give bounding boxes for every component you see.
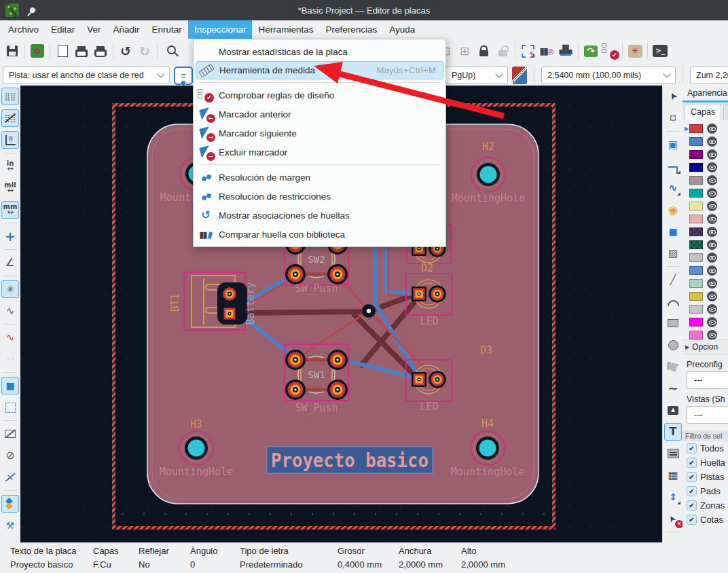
zone-display-icon[interactable]: ✎ bbox=[518, 41, 537, 60]
checkbox-pads[interactable]: ✔ bbox=[687, 486, 697, 496]
board-setup-icon[interactable]: ⚙ bbox=[28, 41, 47, 60]
draw-circle-icon[interactable] bbox=[664, 336, 682, 354]
menu-ver[interactable]: Ver bbox=[81, 20, 107, 39]
layer-options-toggle[interactable]: ▶ Opcion bbox=[682, 339, 728, 354]
menu-item-resolucion-de-restricciones[interactable]: ◆◆Resolución de restricciones bbox=[194, 187, 445, 206]
zoom-select[interactable]: Zum 2,20 bbox=[690, 67, 728, 84]
preset-dimensions-button[interactable]: = bbox=[174, 67, 193, 85]
grid-select[interactable]: 2,5400 mm (100,00 mils) bbox=[541, 67, 676, 84]
layer-row-10[interactable] bbox=[682, 251, 728, 264]
layer-row-12[interactable] bbox=[682, 277, 728, 290]
layer-row-14[interactable] bbox=[682, 303, 728, 316]
place-footprint-icon[interactable]: ▣ bbox=[664, 136, 682, 153]
menu-inspeccionar[interactable]: Inspeccionar bbox=[188, 20, 253, 39]
menu-item-marcador-anterior[interactable]: ←Marcador anterior bbox=[194, 105, 445, 124]
update-pcb-icon[interactable]: ↷ bbox=[581, 41, 600, 60]
place-textbox-icon[interactable] bbox=[664, 445, 682, 462]
tune-length-icon[interactable]: ∿ bbox=[664, 179, 682, 197]
layer-color-swatch[interactable] bbox=[689, 215, 703, 223]
layer-color-swatch[interactable] bbox=[689, 176, 703, 185]
layer-row-4[interactable] bbox=[682, 174, 728, 187]
visibility-eye-icon[interactable] bbox=[707, 278, 717, 289]
cursor-shape-icon[interactable]: + bbox=[1, 227, 19, 245]
tab-o[interactable]: O bbox=[723, 104, 728, 120]
layer-color-swatch[interactable] bbox=[689, 150, 703, 159]
layer-row-6[interactable] bbox=[682, 200, 728, 212]
layer-color-swatch[interactable] bbox=[689, 124, 703, 133]
local-ratsnest-icon[interactable]: ✕ bbox=[664, 109, 682, 127]
layer-row-0[interactable]: ▶ bbox=[682, 122, 728, 135]
layer-color-swatch[interactable] bbox=[689, 240, 703, 249]
visibility-eye-icon[interactable] bbox=[707, 304, 717, 314]
visibility-eye-icon[interactable] bbox=[707, 317, 717, 327]
layers-manager-icon[interactable]: ◆◆ bbox=[1, 495, 19, 513]
checkbox-huella[interactable]: ✔ bbox=[687, 458, 697, 468]
visibility-eye-icon[interactable] bbox=[707, 214, 717, 224]
layer-color-swatch[interactable] bbox=[689, 331, 703, 339]
layer-pair-indicator-icon[interactable] bbox=[512, 67, 527, 84]
footprint-outline-icon[interactable] bbox=[1, 425, 19, 443]
menu-item-herramienta-de-medida[interactable]: Herramienta de medidaMayús+Ctrl+M bbox=[196, 61, 443, 79]
units-mils-icon[interactable]: mil↔ bbox=[1, 179, 19, 197]
place-dimension-icon[interactable]: ↕ bbox=[664, 488, 682, 506]
library-browser-icon[interactable]: ▮▮◎ bbox=[537, 41, 556, 60]
zone-outline-icon[interactable] bbox=[1, 399, 19, 416]
layer-color-swatch[interactable] bbox=[689, 292, 703, 301]
visibility-eye-icon[interactable] bbox=[707, 227, 717, 237]
layer-color-swatch[interactable] bbox=[689, 163, 703, 172]
layer-color-swatch[interactable] bbox=[689, 202, 703, 210]
layer-color-swatch[interactable] bbox=[689, 279, 703, 288]
footprint-browser-icon[interactable]: ▟▙ bbox=[556, 41, 575, 60]
layer-row-5[interactable] bbox=[682, 187, 728, 200]
menu-item-marcador-siguiente[interactable]: →Marcador siguiente bbox=[194, 124, 445, 143]
search-icon[interactable] bbox=[160, 41, 179, 60]
fit-selection-icon[interactable]: ⊞ bbox=[455, 41, 474, 60]
zone-fill-icon[interactable]: ■ bbox=[1, 377, 19, 394]
units-mm-icon[interactable]: mm↔ bbox=[1, 201, 19, 219]
units-inches-icon[interactable]: in↔ bbox=[1, 158, 19, 175]
checkbox-pistas[interactable]: ✔ bbox=[687, 472, 697, 482]
visibility-eye-icon[interactable] bbox=[707, 253, 717, 263]
menu-item-mostrar-estadisticas-de-la-placa[interactable]: Mostrar estadísticas de la placa bbox=[194, 42, 445, 61]
layer-row-7[interactable] bbox=[682, 212, 728, 225]
place-via-icon[interactable]: ◉ bbox=[664, 201, 682, 219]
checkbox-todos[interactable]: ✔ bbox=[687, 443, 697, 454]
place-table-icon[interactable]: ▦ bbox=[664, 466, 682, 484]
menu-ayuda[interactable]: Ayuda bbox=[383, 20, 421, 39]
drc-icon[interactable]: ✔ bbox=[600, 41, 619, 60]
menu-item-comparar-huella-con-biblioteca[interactable]: ▮▮▮Comparar huella con biblioteca bbox=[194, 225, 445, 244]
visibility-eye-icon[interactable] bbox=[707, 291, 717, 301]
visibility-eye-icon[interactable] bbox=[707, 149, 717, 160]
layer-color-swatch[interactable] bbox=[689, 305, 703, 314]
unlock-icon[interactable] bbox=[493, 41, 512, 60]
checkbox-cotas[interactable]: ✔ bbox=[687, 515, 697, 525]
print-icon[interactable] bbox=[72, 41, 91, 60]
pad-outline-icon[interactable]: ⊘ bbox=[1, 447, 19, 464]
keepout-zone-icon[interactable]: ▨ bbox=[664, 244, 682, 262]
lock-icon[interactable] bbox=[474, 41, 493, 60]
layer-row-1[interactable] bbox=[682, 135, 728, 148]
save-icon[interactable] bbox=[3, 41, 22, 60]
scripting-console-icon[interactable]: >_ bbox=[651, 41, 670, 60]
layer-color-swatch[interactable] bbox=[689, 318, 703, 327]
route-tracks-icon[interactable] bbox=[664, 158, 682, 175]
via[interactable] bbox=[362, 304, 376, 318]
layer-row-2[interactable] bbox=[682, 148, 728, 161]
layer-row-15[interactable] bbox=[682, 316, 728, 329]
layer-row-9[interactable] bbox=[682, 238, 728, 251]
visibility-eye-icon[interactable] bbox=[707, 175, 717, 185]
track-width-select[interactable]: Pista: usar el ancho de clase de red bbox=[3, 67, 170, 84]
layer-row-16[interactable] bbox=[682, 329, 728, 339]
visibility-eye-icon[interactable] bbox=[707, 330, 717, 339]
free-angle-icon[interactable]: ∠ bbox=[1, 254, 19, 272]
menu-item-excluir-marcador[interactable]: −Excluir marcador bbox=[194, 143, 445, 162]
net-inspector-icon[interactable]: ✳ bbox=[625, 41, 644, 60]
visibility-eye-icon[interactable] bbox=[707, 240, 717, 250]
layer-color-swatch[interactable] bbox=[689, 137, 703, 146]
menu-item-comprobar-reglas-de-diseno[interactable]: ✔Comprobar reglas de diseño bbox=[194, 86, 445, 105]
tracks-display-icon[interactable]: ∿ bbox=[1, 329, 19, 346]
ratsnest-icon[interactable]: ✳ bbox=[1, 280, 19, 298]
draw-rect-icon[interactable] bbox=[664, 314, 682, 332]
layer-color-swatch[interactable] bbox=[689, 189, 703, 198]
page-settings-icon[interactable] bbox=[53, 41, 72, 60]
